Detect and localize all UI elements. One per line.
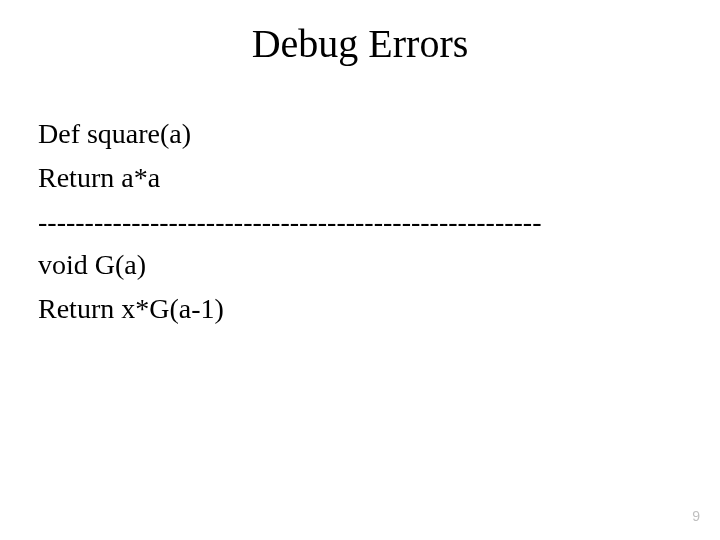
code-line-2: Return a*a <box>38 159 682 197</box>
code-line-1: Def square(a) <box>38 115 682 153</box>
separator-line: ----------------------------------------… <box>38 203 682 241</box>
code-line-4: Return x*G(a-1) <box>38 290 682 328</box>
slide-body: Def square(a) Return a*a ---------------… <box>38 115 682 334</box>
slide: Debug Errors Def square(a) Return a*a --… <box>0 0 720 540</box>
slide-title: Debug Errors <box>0 20 720 67</box>
code-line-3: void G(a) <box>38 246 682 284</box>
page-number: 9 <box>692 508 700 524</box>
